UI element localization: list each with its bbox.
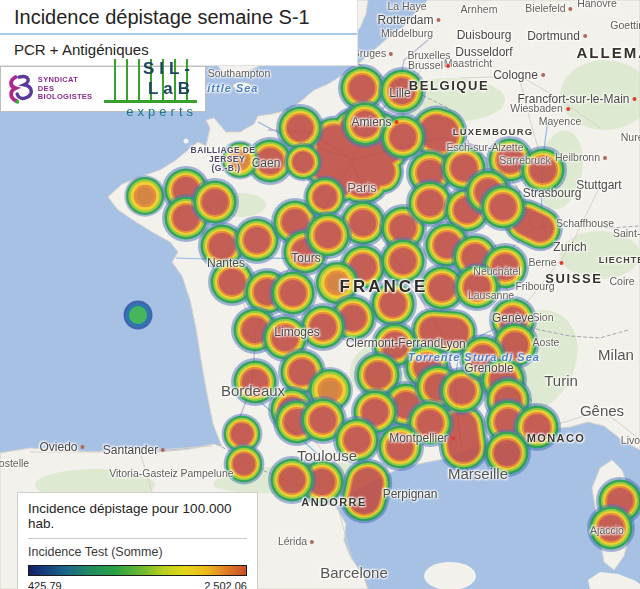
syndicat-biologistes-logo-icon xyxy=(7,71,36,107)
heat-spot[interactable] xyxy=(268,456,316,504)
heat-spot[interactable] xyxy=(124,301,153,330)
heat-spot[interactable] xyxy=(453,263,501,311)
heat-spot[interactable] xyxy=(220,140,259,179)
sillab-logo: SIL-LaB experts xyxy=(104,59,199,119)
heat-spot[interactable] xyxy=(333,416,381,464)
heat-spot[interactable] xyxy=(224,444,265,485)
heat-spot[interactable] xyxy=(376,423,424,471)
page-title: Incidence dépistage semaine S-1 xyxy=(0,0,357,33)
legend-card[interactable]: Incidence dépistage pour 100.000 hab. In… xyxy=(17,492,258,589)
logo-card[interactable]: SYNDICAT DES BIOLOGISTES SIL-LaB experts xyxy=(0,66,206,112)
heat-spot[interactable] xyxy=(587,504,635,552)
heat-spot[interactable] xyxy=(378,67,426,115)
legend-min: 425,79 ou moins xyxy=(28,579,73,589)
heat-spot[interactable] xyxy=(124,175,165,216)
heat-spot[interactable] xyxy=(284,143,322,181)
sillab-wordmark: SIL-LaB xyxy=(104,59,197,103)
syndicat-biologistes-wordmark: SYNDICAT DES BIOLOGISTES xyxy=(38,76,104,102)
heat-spot[interactable] xyxy=(479,183,527,231)
sillab-experts-label: experts xyxy=(104,104,197,119)
legend-title: Incidence dépistage pour 100.000 hab. xyxy=(28,501,247,531)
heat-spot[interactable] xyxy=(191,178,239,226)
heat-spot[interactable] xyxy=(483,429,531,477)
legend-gradient-bar xyxy=(28,565,247,576)
legend-max: 2 502,06 ou plus xyxy=(204,579,247,589)
heat-spot[interactable] xyxy=(519,146,567,194)
legend-field-name: Incidence Test (Somme) xyxy=(28,545,247,559)
legend-max-value: 2 502,06 xyxy=(204,579,247,589)
title-card[interactable]: Incidence dépistage semaine S-1 PCR + An… xyxy=(0,0,358,66)
heat-blob[interactable] xyxy=(419,316,469,346)
heat-spot[interactable] xyxy=(379,237,427,285)
legend-divider xyxy=(28,538,247,539)
dashboard: La HayeHanovreRotterdamMiddelburgArnhemB… xyxy=(0,0,640,589)
legend-min-value: 425,79 xyxy=(28,579,73,589)
